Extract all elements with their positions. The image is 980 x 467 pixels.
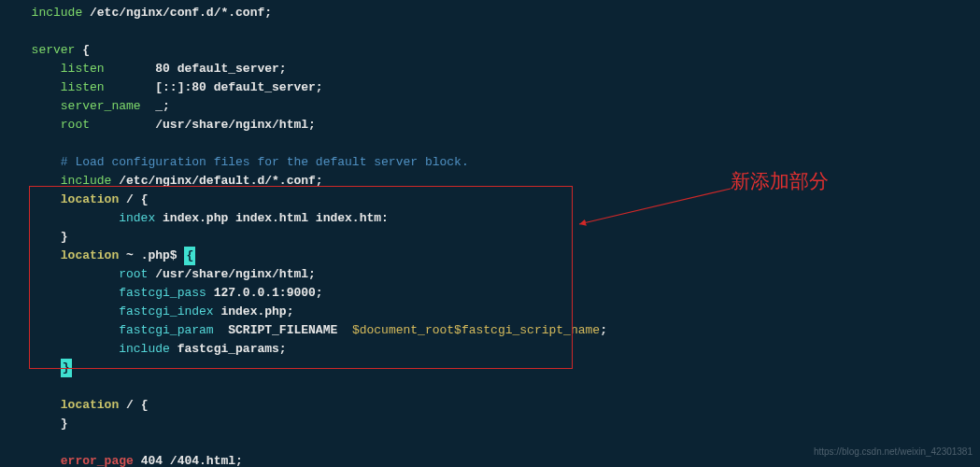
token: SCRIPT_FILENAME xyxy=(214,323,352,337)
token: { xyxy=(75,43,90,57)
code-line: include /etc/nginx/conf.d/*.conf; xyxy=(0,4,980,22)
code-line: listen [::]:80 default_server; xyxy=(0,78,980,97)
code-line: root /usr/share/nginx/html; xyxy=(0,265,980,284)
watermark-text: https://blog.csdn.net/weixin_42301381 xyxy=(814,443,973,461)
token: _; xyxy=(141,99,170,113)
token: fastcgi_pass xyxy=(119,286,206,300)
token: / { xyxy=(119,398,148,412)
code-line: listen 80 default_server; xyxy=(0,60,980,78)
token: /etc/nginx/default.d/*.conf; xyxy=(111,174,322,188)
code-line: server { xyxy=(0,41,980,60)
code-line: index index.php index.html index.htm: xyxy=(0,209,980,228)
code-line: location / { xyxy=(0,396,980,415)
token: listen xyxy=(61,80,105,94)
code-line xyxy=(0,377,980,396)
token: 404 /404.html; xyxy=(134,454,243,467)
token: [::]:80 default_server; xyxy=(105,80,323,94)
code-line: include fastcgi_params; xyxy=(0,340,980,359)
token: ; xyxy=(600,323,607,337)
code-line: } xyxy=(0,228,980,247)
token: root xyxy=(119,267,148,281)
token: index.php index.html index.htm: xyxy=(155,211,389,225)
code-line: location ~ .php$ { xyxy=(0,247,980,265)
code-line: include /etc/nginx/default.d/*.conf; xyxy=(0,172,980,191)
token: /etc/nginx/conf.d/*.conf; xyxy=(82,6,272,20)
code-line: fastcgi_pass 127.0.0.1:9000; xyxy=(0,284,980,303)
token: index xyxy=(119,211,155,225)
token: { xyxy=(184,247,195,265)
token: index.php; xyxy=(214,304,294,318)
token: } xyxy=(61,417,68,431)
token: / { xyxy=(119,192,148,206)
code-line: location / { xyxy=(0,191,980,209)
code-line: fastcgi_index index.php; xyxy=(0,303,980,321)
token: location xyxy=(61,192,119,206)
token: /usr/share/nginx/html; xyxy=(90,118,316,132)
code-block: include /etc/nginx/conf.d/*.conf; server… xyxy=(0,0,980,467)
token: # Load configuration files for the defau… xyxy=(61,155,469,169)
code-line: fastcgi_param SCRIPT_FILENAME $document_… xyxy=(0,321,980,340)
token: ~ .php$ xyxy=(119,248,184,262)
code-line xyxy=(0,134,980,153)
token: server xyxy=(32,43,76,57)
token: fastcgi_param xyxy=(119,323,213,337)
token: root xyxy=(61,118,90,132)
token: 127.0.0.1:9000; xyxy=(206,286,323,300)
token: /usr/share/nginx/html; xyxy=(148,267,315,281)
token: listen xyxy=(61,62,105,76)
token: error_page xyxy=(61,454,134,467)
token: location xyxy=(61,398,119,412)
token: fastcgi_index xyxy=(119,304,213,318)
token: $document_root$fastcgi_script_name xyxy=(352,323,600,337)
code-line: # Load configuration files for the defau… xyxy=(0,153,980,172)
token: server_name xyxy=(61,99,141,113)
token: } xyxy=(61,230,68,244)
code-line xyxy=(0,22,980,41)
token: fastcgi_params; xyxy=(170,342,287,356)
token: } xyxy=(61,359,72,377)
token: location xyxy=(61,248,119,262)
code-line: } xyxy=(0,359,980,377)
token: include xyxy=(61,174,112,188)
code-line: server_name _; xyxy=(0,97,980,116)
token: include xyxy=(32,6,83,20)
code-line: } xyxy=(0,415,980,433)
code-line: root /usr/share/nginx/html; xyxy=(0,116,980,134)
token: include xyxy=(119,342,170,356)
token: 80 default_server; xyxy=(105,62,287,76)
